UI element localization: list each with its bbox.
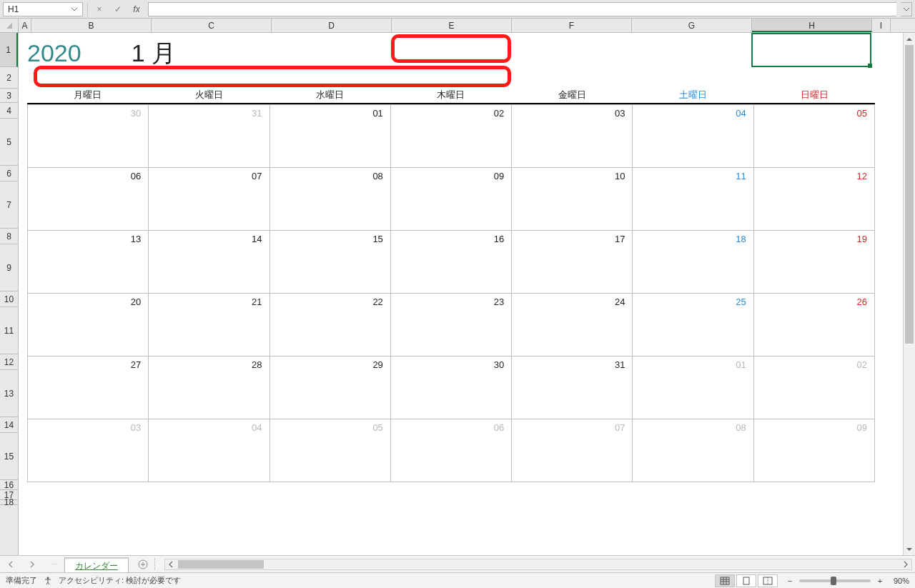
horizontal-scrollbar[interactable] xyxy=(164,559,912,570)
cancel-button[interactable]: × xyxy=(92,2,107,16)
calendar-day-cell[interactable]: 01 xyxy=(633,356,753,419)
zoom-out-button[interactable]: − xyxy=(785,577,795,585)
calendar-day-cell[interactable]: 08 xyxy=(270,167,391,230)
row-header[interactable]: 13 xyxy=(0,370,18,417)
column-header[interactable]: H xyxy=(752,19,872,32)
add-sheet-button[interactable] xyxy=(134,556,152,572)
tab-scroll-left-button[interactable] xyxy=(6,559,16,569)
calendar-day-cell[interactable]: 30 xyxy=(28,104,149,167)
column-header[interactable]: C xyxy=(152,19,272,32)
confirm-button[interactable]: ✓ xyxy=(111,2,125,16)
vertical-scrollbar[interactable] xyxy=(903,33,915,555)
scroll-right-button[interactable] xyxy=(900,561,911,568)
calendar-day-cell[interactable]: 17 xyxy=(512,230,633,293)
calendar-day-cell[interactable]: 16 xyxy=(391,230,512,293)
calendar-day-cell[interactable]: 15 xyxy=(270,230,391,293)
calendar-day-cell[interactable]: 28 xyxy=(149,356,269,419)
row-header[interactable]: 4 xyxy=(0,103,18,119)
tab-menu-button[interactable]: ⋯ xyxy=(49,559,59,569)
column-header[interactable]: G xyxy=(632,19,752,32)
column-header[interactable]: A xyxy=(19,19,31,32)
name-box[interactable]: H1 xyxy=(3,2,83,16)
calendar-day-cell[interactable]: 09 xyxy=(754,419,875,482)
row-header[interactable]: 12 xyxy=(0,354,18,370)
calendar-day-cell[interactable]: 25 xyxy=(633,293,753,356)
row-header[interactable]: 7 xyxy=(0,181,18,229)
calendar-day-cell[interactable]: 05 xyxy=(754,104,875,167)
calendar-day-cell[interactable]: 03 xyxy=(512,104,633,167)
scroll-up-button[interactable] xyxy=(904,33,915,45)
cells-area[interactable]: 2020 1 月 月曜日火曜日水曜日木曜日金曜日土曜日日曜日 303101020… xyxy=(19,33,915,555)
column-headers: ABCDEFGHI xyxy=(0,19,915,33)
row-header[interactable]: 16 xyxy=(0,480,18,490)
calendar-day-cell[interactable]: 22 xyxy=(270,293,391,356)
view-normal-button[interactable] xyxy=(715,574,735,587)
calendar-day-cell[interactable]: 13 xyxy=(28,230,149,293)
tab-scroll-right-button[interactable] xyxy=(27,559,37,569)
row-header[interactable]: 6 xyxy=(0,166,18,181)
calendar-day-cell[interactable]: 09 xyxy=(391,167,512,230)
calendar-day-cell[interactable]: 11 xyxy=(633,167,753,230)
calendar-day-cell[interactable]: 31 xyxy=(149,104,269,167)
row-header[interactable]: 18 xyxy=(0,500,18,505)
calendar-day-cell[interactable]: 07 xyxy=(149,167,269,230)
calendar-day-cell[interactable]: 08 xyxy=(633,419,753,482)
column-header[interactable]: D xyxy=(272,19,392,32)
calendar-day-cell[interactable]: 30 xyxy=(391,356,512,419)
calendar-day-cell[interactable]: 05 xyxy=(270,419,391,482)
fx-button[interactable]: fx xyxy=(129,2,144,16)
row-header[interactable]: 1 xyxy=(0,33,18,67)
sheet-tab[interactable]: カレンダー xyxy=(64,557,129,572)
row-header[interactable]: 15 xyxy=(0,433,18,480)
expand-formula-bar-button[interactable] xyxy=(901,2,912,16)
calendar-day-cell[interactable]: 04 xyxy=(149,419,269,482)
column-header[interactable]: E xyxy=(392,19,512,32)
calendar-day-cell[interactable]: 29 xyxy=(270,356,391,419)
calendar-day-cell[interactable]: 26 xyxy=(754,293,875,356)
calendar-day-number: 05 xyxy=(857,108,867,119)
calendar-day-cell[interactable]: 19 xyxy=(754,230,875,293)
calendar-day-cell[interactable]: 23 xyxy=(391,293,512,356)
view-page-layout-button[interactable] xyxy=(736,574,756,587)
column-header[interactable]: F xyxy=(512,19,632,32)
calendar-day-cell[interactable]: 27 xyxy=(28,356,149,419)
formula-input[interactable] xyxy=(148,2,896,16)
calendar-day-cell[interactable]: 12 xyxy=(754,167,875,230)
calendar-day-number: 30 xyxy=(131,108,141,119)
calendar-day-cell[interactable]: 10 xyxy=(512,167,633,230)
column-header[interactable]: I xyxy=(872,19,891,32)
row-header[interactable]: 2 xyxy=(0,67,18,89)
calendar-day-cell[interactable]: 01 xyxy=(270,104,391,167)
zoom-in-button[interactable]: + xyxy=(875,577,885,585)
status-ready: 準備完了 xyxy=(6,575,37,586)
row-header[interactable]: 8 xyxy=(0,229,18,244)
calendar-day-header: 水曜日 xyxy=(269,89,390,103)
calendar-day-cell[interactable]: 20 xyxy=(28,293,149,356)
calendar-day-cell[interactable]: 07 xyxy=(512,419,633,482)
zoom-slider[interactable] xyxy=(799,579,871,582)
view-page-break-button[interactable] xyxy=(758,574,778,587)
calendar-day-cell[interactable]: 21 xyxy=(149,293,269,356)
calendar-day-number: 25 xyxy=(736,297,746,307)
row-header[interactable]: 10 xyxy=(0,291,18,307)
calendar-day-cell[interactable]: 14 xyxy=(149,230,269,293)
calendar-day-cell[interactable]: 31 xyxy=(512,356,633,419)
calendar-day-cell[interactable]: 03 xyxy=(28,419,149,482)
calendar-day-cell[interactable]: 02 xyxy=(391,104,512,167)
column-header[interactable]: B xyxy=(31,19,152,32)
scroll-down-button[interactable] xyxy=(904,543,915,555)
calendar-day-cell[interactable]: 06 xyxy=(28,167,149,230)
calendar-day-cell[interactable]: 06 xyxy=(391,419,512,482)
calendar-day-cell[interactable]: 04 xyxy=(633,104,753,167)
row-header[interactable]: 11 xyxy=(0,307,18,354)
row-header[interactable]: 14 xyxy=(0,417,18,433)
calendar-day-cell[interactable]: 24 xyxy=(512,293,633,356)
select-all-corner[interactable] xyxy=(0,19,19,32)
calendar-day-cell[interactable]: 18 xyxy=(633,230,753,293)
row-header[interactable]: 5 xyxy=(0,119,18,166)
calendar-day-cell[interactable]: 02 xyxy=(754,356,875,419)
row-header[interactable]: 9 xyxy=(0,244,18,291)
scrollbar-thumb[interactable] xyxy=(178,560,264,569)
row-header[interactable]: 3 xyxy=(0,89,18,103)
scroll-left-button[interactable] xyxy=(165,561,177,568)
